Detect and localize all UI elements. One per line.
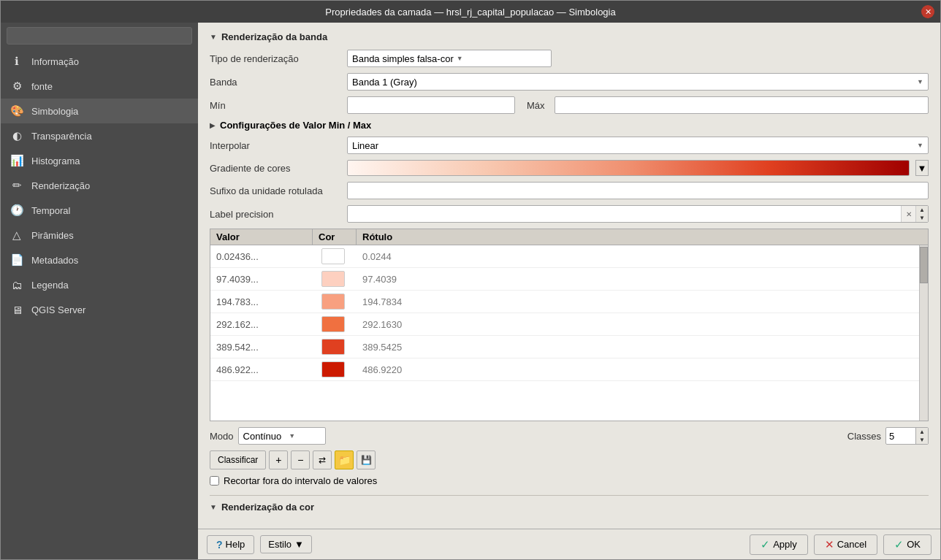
row-rotulo: 292.1630 [357,315,928,334]
banda-combo[interactable]: Banda 1 (Gray) ▼ [347,73,929,91]
sidebar-item-metadados[interactable]: 📄 Metadados [1,248,198,272]
window: Propriedades da camada — hrsl_rj_capital… [0,0,941,560]
table-row[interactable]: 194.783... 194.7834 [210,291,928,313]
main-content: ℹ Informação ⚙ fonte 🎨 Simbologia ◐ Tran… [1,23,940,559]
add-row-btn[interactable]: + [269,450,288,469]
estilo-arrow-icon: ▼ [294,539,304,550]
classes-spinner: ▲ ▼ [885,427,929,445]
sidebar-item-qgis-server[interactable]: 🖥 QGIS Server [1,297,198,322]
interpolar-combo[interactable]: Linear ▼ [347,137,929,154]
row-cor [313,291,357,312]
titlebar: Propriedades da camada — hrsl_rj_capital… [1,1,940,23]
panel-content: ▼ Renderização da banda Tipo de renderiz… [198,23,940,529]
classes-up-btn[interactable]: ▲ [916,428,928,436]
color-table-body[interactable]: 0.02436... 0.0244 97.4039... 97.4039 194… [210,245,928,421]
gradient-dropdown-btn[interactable]: ▼ [915,160,929,176]
sidebar-item-informacao[interactable]: ℹ Informação [1,49,198,74]
precision-down-btn[interactable]: ▼ [916,214,928,222]
tipo-combo[interactable]: Banda simples falsa-cor ▼ [347,50,552,67]
classificar-btn[interactable]: Classificar [210,450,266,469]
sidebar-label-histograma: Histograma [31,156,80,166]
sufixo-input[interactable] [347,182,929,199]
row-cor [313,358,357,380]
table-row[interactable]: 292.162... 292.1630 [210,313,928,336]
row-rotulo: 97.4039 [357,270,928,288]
modo-combo[interactable]: Contínuo ▼ [238,427,326,445]
table-row[interactable]: 486.922... 486.9220 [210,358,928,381]
sufixo-label: Sufixo da unidade rotulada [210,185,341,196]
window-title: Propriedades da camada — hrsl_rj_capital… [325,7,615,18]
sidebar-label-informacao: Informação [31,56,79,67]
classes-down-btn[interactable]: ▼ [916,436,928,444]
sidebar-item-temporal[interactable]: 🕐 Temporal [1,198,198,223]
min-input[interactable]: 0.0243655523302775 [347,96,515,114]
checkbox-row: Recortar fora do intervalo de valores [210,475,929,486]
sidebar-item-fonte[interactable]: ⚙ fonte [1,74,198,99]
load-btn[interactable]: 📁 [335,450,354,469]
estilo-button[interactable]: Estilo ▼ [260,535,312,553]
qgis-server-icon: 🖥 [9,302,24,317]
renderizacao-icon: ✏ [9,178,24,193]
config-section[interactable]: ▶ Configurações de Valor Min / Max [210,120,929,131]
sidebar-item-piramides[interactable]: △ Pirâmides [1,223,198,248]
sidebar-item-simbologia[interactable]: 🎨 Simbologia [1,99,198,123]
close-button[interactable]: ✕ [921,5,934,18]
metadados-icon: 📄 [9,253,24,267]
right-panel: ▼ Renderização da banda Tipo de renderiz… [198,23,940,559]
sidebar-label-piramides: Pirâmides [31,230,74,241]
gradient-bar[interactable] [347,160,910,176]
remove-row-btn[interactable]: − [291,450,310,469]
ok-button[interactable]: ✓ OK [883,534,932,555]
color-swatch[interactable] [321,248,345,264]
gradiente-label: Gradiente de cores [210,163,341,174]
sidebar-search[interactable] [7,27,192,45]
reverse-btn[interactable]: ⇄ [313,450,332,469]
fonte-icon: ⚙ [9,79,24,93]
apply-check-icon: ✓ [761,538,770,551]
row-valor: 194.783... [210,293,313,311]
table-scrollbar[interactable] [919,245,928,421]
classes-input[interactable] [886,429,915,443]
sidebar-item-histograma[interactable]: 📊 Histograma [1,148,198,173]
sidebar-item-renderizacao[interactable]: ✏ Renderização [1,173,198,198]
sidebar-label-simbologia: Simbologia [31,106,78,117]
bottom-bar: ? Help Estilo ▼ ✓ Apply ✕ Cancel ✓ [198,529,940,559]
sidebar-label-temporal: Temporal [31,205,70,216]
col-cor: Cor [313,229,357,245]
sufixo-row: Sufixo da unidade rotulada [210,182,929,199]
gradiente-row: Gradiente de cores ▼ [210,160,929,176]
table-row[interactable]: 0.02436... 0.0244 [210,245,928,268]
sidebar-item-transparencia[interactable]: ◐ Transparência [1,123,198,148]
apply-button[interactable]: ✓ Apply [750,534,808,555]
modo-value: Contínuo [243,431,282,442]
sidebar-label-renderizacao: Renderização [31,180,90,191]
banda-value: Banda 1 (Gray) [352,77,417,88]
tipo-arrow-icon: ▼ [457,55,463,62]
row-valor: 292.162... [210,315,313,334]
color-swatch[interactable] [321,271,345,287]
save-btn[interactable]: 💾 [357,450,376,469]
info-icon: ℹ [9,54,24,69]
row-rotulo: 194.7834 [357,293,928,311]
config-title: Configurações de Valor Min / Max [220,120,371,131]
sidebar-label-qgis-server: QGIS Server [31,304,85,315]
sidebar-item-legenda[interactable]: 🗂 Legenda [1,272,198,297]
table-row[interactable]: 389.542... 389.5425 [210,336,928,358]
precision-up-btn[interactable]: ▲ [916,206,928,214]
table-row[interactable]: 97.4039... 97.4039 [210,268,928,291]
table-scrollbar-thumb[interactable] [920,247,928,283]
precision-clear-btn[interactable]: ✕ [901,206,915,222]
max-input[interactable]: 749.0977189575737611 [555,96,929,114]
color-swatch[interactable] [321,316,345,332]
precision-input[interactable]: 4 [348,207,901,221]
recortar-checkbox[interactable] [210,476,219,486]
banda-arrow-icon: ▼ [917,78,923,85]
color-swatch[interactable] [321,361,345,377]
help-icon: ? [216,539,223,551]
help-button[interactable]: ? Help [207,535,254,554]
section-header-banda: ▼ Renderização da banda [210,31,929,42]
cancel-button[interactable]: ✕ Cancel [814,534,877,555]
color-swatch[interactable] [321,294,345,310]
color-swatch[interactable] [321,339,345,355]
gradient-dropdown-icon: ▼ [918,163,927,174]
